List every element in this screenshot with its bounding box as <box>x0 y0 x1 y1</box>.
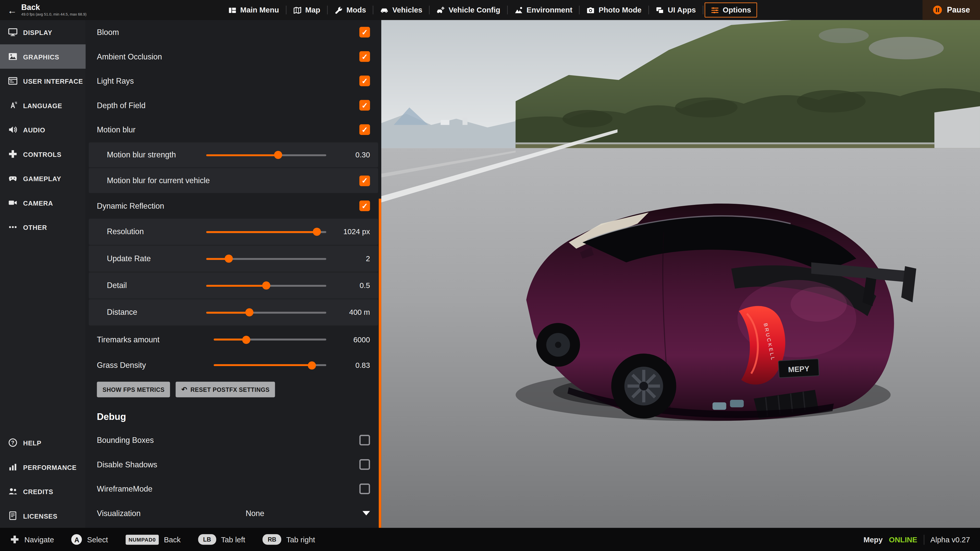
setting-row-distance: Distance 400 m <box>89 299 378 326</box>
checkbox-motion-blur[interactable] <box>360 124 370 135</box>
menu-main-menu[interactable]: Main Menu <box>223 3 285 17</box>
numpad0-key-icon: NUMPAD0 <box>126 534 159 545</box>
menu-environment[interactable]: Environment <box>509 3 578 17</box>
slider-thumb[interactable] <box>274 151 282 159</box>
button-label: RESET POSTFX SETTINGS <box>190 386 269 393</box>
menu-options[interactable]: Options <box>705 3 757 17</box>
sidebar-item-help[interactable]: ? HELP <box>0 430 86 455</box>
sidebar-item-graphics[interactable]: GRAPHICS <box>0 44 86 69</box>
checkbox-motion-blur-current-vehicle[interactable] <box>360 175 370 186</box>
checkbox-bloom[interactable] <box>360 27 370 38</box>
hint-label: Tab left <box>221 535 245 544</box>
lb-button-icon: LB <box>198 534 216 545</box>
slider-track-update-rate[interactable] <box>206 258 326 259</box>
setting-row-motion-blur-current-vehicle: Motion blur for current vehicle <box>89 168 378 193</box>
slider-thumb[interactable] <box>242 335 250 344</box>
licenses-icon <box>8 511 18 520</box>
slider-thumb[interactable] <box>245 308 253 317</box>
setting-label: Light Rays <box>97 76 360 85</box>
slider-track-tiremarks[interactable] <box>214 338 326 340</box>
sidebar-item-gameplay[interactable]: GAMEPLAY <box>0 166 86 191</box>
gameplay-icon <box>8 174 18 183</box>
sidebar-item-licenses[interactable]: LICENSES <box>0 503 86 528</box>
sidebar-label: CREDITS <box>23 487 53 495</box>
checkbox-light-rays[interactable] <box>360 76 370 86</box>
sidebar-label: LANGUAGE <box>23 102 62 109</box>
dpad-icon <box>10 535 19 544</box>
camera-icon <box>8 198 18 207</box>
svg-text:?: ? <box>11 440 14 445</box>
menu-label: Vehicles <box>392 6 422 14</box>
menu-map[interactable]: Map <box>288 3 326 17</box>
slider-track-distance[interactable] <box>206 311 326 313</box>
menu-vehicle-config[interactable]: Vehicle Config <box>431 3 506 17</box>
sidebar-item-audio[interactable]: AUDIO <box>0 118 86 142</box>
checkbox-dynamic-reflection[interactable] <box>360 200 370 211</box>
panel-scrollbar[interactable] <box>379 199 381 528</box>
setting-label: Visualization <box>97 509 246 518</box>
hint-tab-right: RB Tab right <box>262 534 315 545</box>
slider-thumb[interactable] <box>313 228 321 236</box>
menu-label: Options <box>723 6 751 14</box>
visualization-dropdown[interactable]: Visualization None <box>86 501 381 526</box>
setting-row-wireframe-mode: WireframeMode <box>86 477 381 501</box>
main-menu-icon <box>228 6 237 14</box>
sidebar-item-credits[interactable]: CREDITS <box>0 479 86 503</box>
menu-label: Environment <box>527 6 573 14</box>
slider-thumb[interactable] <box>307 361 316 369</box>
audio-icon <box>8 125 18 135</box>
menu-ui-apps[interactable]: UI Apps <box>650 3 702 17</box>
checkbox-bounding-boxes[interactable] <box>360 435 370 445</box>
menu-photo-mode[interactable]: Photo Mode <box>581 3 647 17</box>
pause-button[interactable]: Pause <box>923 0 980 20</box>
front-wheel <box>536 323 580 367</box>
setting-row-motion-blur: Motion blur <box>86 118 381 142</box>
checkbox-wireframe-mode[interactable] <box>360 484 370 494</box>
back-arrow-icon: ← <box>7 5 17 15</box>
reset-postfx-settings-button[interactable]: ↶ RESET POSTFX SETTINGS <box>176 382 275 397</box>
menu-separator <box>286 6 286 14</box>
sidebar-label: OTHER <box>23 224 47 231</box>
checkbox-depth-of-field[interactable] <box>360 100 370 111</box>
sidebar-item-user-interface[interactable]: USER INTERFACE <box>0 68 86 93</box>
sidebar-label: LICENSES <box>23 512 58 519</box>
sidebar-item-language[interactable]: LANGUAGE <box>0 93 86 118</box>
back-label: Back <box>21 3 86 12</box>
sidebar-item-other[interactable]: OTHER <box>0 215 86 239</box>
checkbox-disable-shadows[interactable] <box>360 459 370 470</box>
setting-label: Disable Shadows <box>97 460 360 469</box>
sidebar-item-camera[interactable]: CAMERA <box>0 191 86 215</box>
sidebar-item-controls[interactable]: CONTROLS <box>0 142 86 166</box>
menu-label: Map <box>305 6 320 14</box>
menu-mods[interactable]: Mods <box>329 3 372 17</box>
environment-icon <box>515 6 523 14</box>
sidebar-item-performance[interactable]: PERFORMANCE <box>0 455 86 479</box>
slider-label: Motion blur strength <box>97 151 207 159</box>
slider-fill <box>206 231 317 233</box>
slider-value: 0.30 <box>334 151 370 159</box>
hint-back: NUMPAD0 Back <box>126 534 181 545</box>
hint-label: Back <box>164 535 180 544</box>
other-icon <box>8 222 18 232</box>
setting-row-tiremarks: Tiremarks amount 6000 <box>86 326 381 353</box>
slider-track-detail[interactable] <box>206 285 326 286</box>
checkbox-ambient-occlusion[interactable] <box>360 51 370 62</box>
menu-vehicles[interactable]: Vehicles <box>375 3 428 17</box>
slider-track-motion-blur-strength[interactable] <box>206 154 326 156</box>
slider-thumb[interactable] <box>225 254 233 263</box>
slider-track-resolution[interactable] <box>206 231 326 233</box>
slider-thumb[interactable] <box>262 281 270 289</box>
back-button[interactable]: ← Back 49.0 fps (avg 51.0, min 44.5, max… <box>0 0 94 20</box>
setting-label: Dynamic Reflection <box>97 202 360 210</box>
slider-track-grass-density[interactable] <box>214 364 326 366</box>
help-icon: ? <box>8 438 18 448</box>
setting-label: Bounding Boxes <box>97 436 360 445</box>
sidebar-label: AUDIO <box>23 126 45 133</box>
sidebar-item-display[interactable]: DISPLAY <box>0 20 86 44</box>
sidebar-label: PERFORMANCE <box>23 463 77 471</box>
hint-label: Navigate <box>24 535 54 544</box>
menu-separator <box>579 6 580 14</box>
show-fps-metrics-button[interactable]: SHOW FPS METRICS <box>97 382 170 397</box>
version-label: Alpha v0.27 <box>931 535 970 544</box>
chevron-down-icon[interactable] <box>363 511 370 515</box>
